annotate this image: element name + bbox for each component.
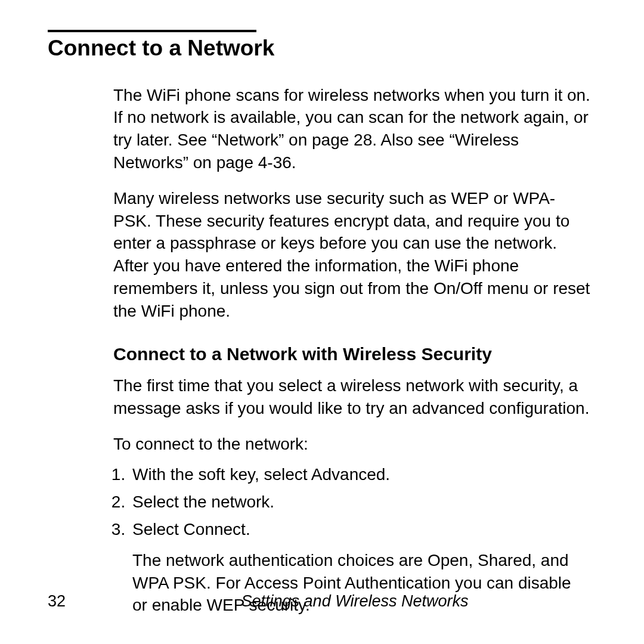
body-content: The WiFi phone scans for wireless networ…	[113, 84, 590, 617]
intro-paragraph-1: The WiFi phone scans for wireless networ…	[113, 84, 590, 174]
step-item: With the soft key, select Advanced.	[130, 463, 590, 486]
page-footer: 32 Settings and Wireless Networks	[48, 592, 596, 611]
procedure-steps: With the soft key, select Advanced. Sele…	[113, 463, 590, 540]
section-heading: Connect to a Network	[48, 36, 596, 61]
step-item: Select the network.	[130, 491, 590, 513]
page-number: 32	[48, 592, 113, 611]
document-page: Connect to a Network The WiFi phone scan…	[0, 0, 644, 644]
heading-rule	[48, 30, 256, 32]
chapter-title: Settings and Wireless Networks	[113, 592, 596, 611]
procedure-lead: To connect to the network:	[113, 433, 590, 456]
subsection-heading: Connect to a Network with Wireless Secur…	[113, 343, 590, 366]
step-item: Select Connect.	[130, 518, 590, 541]
intro-paragraph-2: Many wireless networks use security such…	[113, 187, 590, 323]
subsection-intro: The first time that you select a wireles…	[113, 374, 590, 420]
